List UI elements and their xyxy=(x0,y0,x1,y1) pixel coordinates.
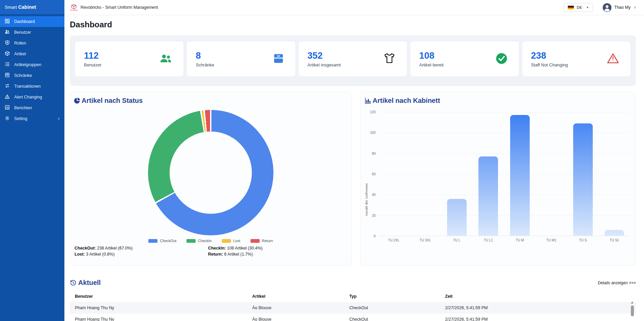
page-title: Dashboard xyxy=(70,20,636,29)
stat-card-staff-not-changing: 238 Staff Not Changing xyxy=(522,41,631,77)
sidebar-item-rollen[interactable]: Rollen xyxy=(0,38,64,49)
dashboard-icon xyxy=(5,19,10,25)
transactions-icon xyxy=(5,83,10,89)
column-header-typ: Typ xyxy=(344,292,440,302)
x-tick-label: TU S xyxy=(567,238,599,242)
window-title: Revobricks - Smart Uniform Management xyxy=(81,5,158,10)
sidebar-item-setting[interactable]: Setting ˅ xyxy=(0,113,64,124)
cabinet-icon xyxy=(5,72,10,79)
stats-panel: 112 Benutzer 8 Schränke 352 Artikel insg… xyxy=(70,35,636,86)
donut-summary: CheckOut: 238 Artikel (67.0%)CheckIn: 10… xyxy=(74,246,348,257)
user-menu[interactable]: Thao My ˅ xyxy=(603,3,636,12)
topbar: RevoBricks Revobricks - Smart Uniform Ma… xyxy=(64,0,644,15)
legend-swatch xyxy=(222,239,231,243)
brand-bold: Cabinet xyxy=(18,4,36,10)
scroll-up-arrow[interactable] xyxy=(631,301,634,303)
y-tick-label: 120 xyxy=(370,110,376,114)
brand: Smart Cabinet xyxy=(0,0,64,14)
sidebar-item-artikelgruppen[interactable]: Artikelgruppen xyxy=(0,59,64,70)
y-tick-label: 0 xyxy=(374,234,376,238)
status-chart-card: Artikel nach Status CheckOut CheckIn Los… xyxy=(70,92,352,265)
sidebar-item-label: Alert Changing xyxy=(14,95,42,99)
legend-item-checkout[interactable]: CheckOut xyxy=(148,239,176,243)
recent-table: BenutzerArtikelTypZeit Pham Hoang Thu Ny… xyxy=(70,292,636,321)
y-tick-label: 20 xyxy=(372,213,376,217)
sidebar-item-label: Setting xyxy=(14,116,27,121)
sidebar-item-schr-nke[interactable]: Schränke xyxy=(0,70,64,81)
cabinet-chart-card: Artikel nach Kabinett Anzahl der Uniform… xyxy=(360,92,636,265)
status-chart-title-row: Artikel nach Status xyxy=(74,97,348,105)
reports-icon xyxy=(5,105,10,111)
language-code: DE xyxy=(577,5,582,9)
scrollbar-thumb[interactable] xyxy=(631,305,634,316)
sidebar-item-dashboard[interactable]: Dashboard xyxy=(0,16,64,27)
donut-summary-checkout: CheckOut: 238 Artikel (67.0%) xyxy=(75,246,208,251)
x-tick-label: TU 3XL xyxy=(410,238,441,242)
list-icon xyxy=(5,62,10,68)
sidebar-item-alert-changing[interactable]: Alert Changing xyxy=(0,92,64,103)
users-icon xyxy=(159,53,172,65)
cabinet-chart-title: Artikel nach Kabinett xyxy=(373,97,440,105)
x-tick-label: TU S1 xyxy=(599,238,631,242)
table-cell: Áo Blouse xyxy=(247,302,344,314)
y-tick-label: 100 xyxy=(370,131,376,135)
user-name: Thao My xyxy=(614,5,631,10)
german-flag-icon xyxy=(568,6,574,9)
sidebar-item-benutzer[interactable]: Benutzer xyxy=(0,27,64,38)
legend-swatch xyxy=(251,239,260,243)
table-row[interactable]: Pham Hoang Thu NyÁo BlouseCheckOut2/27/2… xyxy=(70,314,636,321)
cabinet-chart-title-row: Artikel nach Kabinett xyxy=(364,97,632,105)
bar-tu-s1 xyxy=(599,112,631,236)
sidebar-item-label: Artikelgruppen xyxy=(14,62,41,67)
x-tick-label: TU M1 xyxy=(536,238,567,242)
legend-label: Return xyxy=(262,239,273,243)
table-cell: Áo Blouse xyxy=(247,314,344,321)
sidebar-item-label: Schränke xyxy=(14,73,32,78)
x-tick-label: TU 2XL xyxy=(378,238,410,242)
sidebar-item-transaktionen[interactable]: Transaktionen xyxy=(0,81,64,92)
sidebar-item-label: Benutzer xyxy=(14,30,31,35)
sidebar: Smart Cabinet Dashboard Benutzer Rollen … xyxy=(0,0,64,321)
history-clock-icon xyxy=(70,280,77,286)
brand-prefix: Smart xyxy=(5,5,17,10)
sidebar-item-berichten[interactable]: Berichten xyxy=(0,103,64,113)
donut-legend: CheckOut CheckIn Lost Return xyxy=(74,239,348,243)
bar-tu-l xyxy=(441,112,473,236)
legend-item-checkin[interactable]: CheckIn xyxy=(186,239,211,243)
chevron-down-icon: ˅ xyxy=(58,117,60,121)
y-tick-label: 40 xyxy=(372,193,376,197)
chevron-down-icon: ˅ xyxy=(634,6,636,9)
bar-tu-3xl xyxy=(410,112,441,236)
stat-label: Artikel bereit xyxy=(419,62,443,67)
stat-label: Staff Not Changing xyxy=(531,62,568,67)
legend-item-lost[interactable]: Lost xyxy=(222,239,240,243)
table-cell: 2/27/2026, 5:41:59 PM xyxy=(440,302,636,314)
bar-tu-2xl xyxy=(378,112,410,236)
x-tick-label: TU M xyxy=(504,238,536,242)
sidebar-item-artikel[interactable]: Artikel xyxy=(0,49,64,59)
table-cell: 2/27/2026, 5:41:59 PM xyxy=(440,314,636,321)
stat-label: Benutzer xyxy=(84,62,101,67)
main-content: Dashboard 112 Benutzer 8 Schränke 352 Ar… xyxy=(64,20,644,321)
status-chart-title: Artikel nach Status xyxy=(82,97,143,105)
stat-value: 352 xyxy=(308,51,341,61)
stat-value: 8 xyxy=(196,51,214,61)
sidebar-nav: Dashboard Benutzer Rollen Artikel Artike… xyxy=(0,14,64,124)
legend-item-return[interactable]: Return xyxy=(251,239,273,243)
stat-label: Artikel insgesamt xyxy=(308,62,341,67)
bar-tu-l1 xyxy=(473,112,504,236)
column-header-zeit: Zeit xyxy=(440,292,636,302)
language-selector[interactable]: DE ▼ xyxy=(564,3,593,12)
stat-card-artikel-insgesamt: 352 Artikel insgesamt xyxy=(299,41,407,77)
alert-icon xyxy=(5,94,10,100)
table-row[interactable]: Pham Hoang Thu NyÁo BlouseCheckOut2/27/2… xyxy=(70,302,636,314)
box-icon xyxy=(5,51,10,57)
cabinet-bar-chart: Anzahl der Uniformen 020406080100120 TU … xyxy=(364,112,632,242)
table-cell: CheckOut xyxy=(344,302,440,314)
details-link[interactable]: Details anzeigen >>> xyxy=(598,281,636,285)
sidebar-item-label: Transaktionen xyxy=(14,84,41,89)
column-header-artikel: Artikel xyxy=(247,292,344,302)
table-scrollbar xyxy=(631,301,634,316)
stat-card-benutzer: 112 Benutzer xyxy=(75,41,183,77)
tshirt-icon xyxy=(383,53,396,65)
